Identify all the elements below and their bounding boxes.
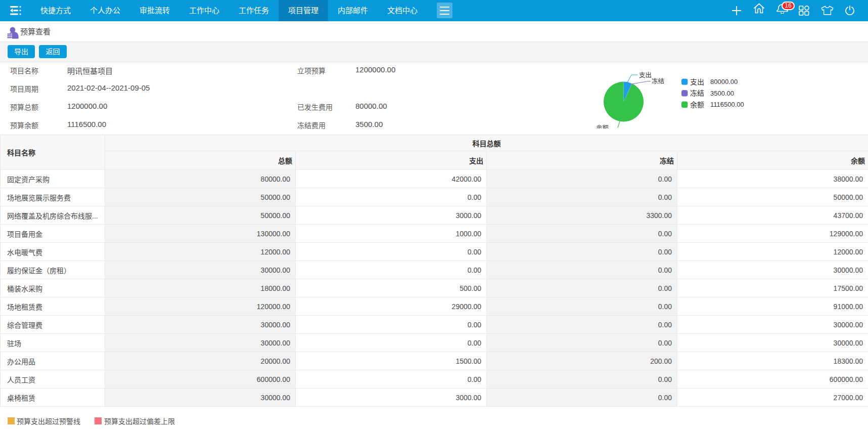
svg-text:冻结: 冻结 <box>690 89 704 97</box>
svg-text:80000.00: 80000.00 <box>710 78 738 85</box>
svg-text:3500.00: 3500.00 <box>710 90 734 97</box>
svg-text:余额: 余额 <box>690 101 704 109</box>
svg-text:支出: 支出 <box>639 72 652 79</box>
svg-text:支出: 支出 <box>690 78 704 86</box>
svg-text:冻结: 冻结 <box>652 77 664 85</box>
svg-text:1116500.00: 1116500.00 <box>710 101 744 108</box>
svg-text:余额: 余额 <box>596 124 609 128</box>
